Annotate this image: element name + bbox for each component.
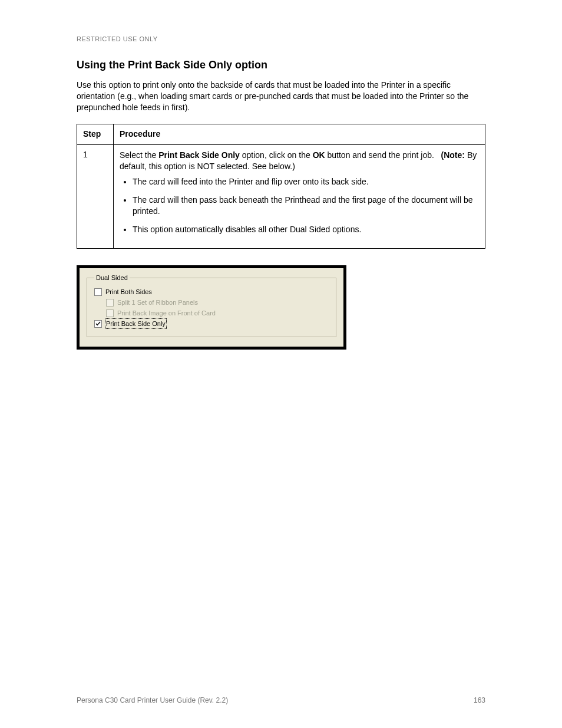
lead-text-e: button and send the print job. [325,150,434,160]
step-body-cell: Select the Print Back Side Only option, … [114,144,485,248]
intro-paragraph: Use this option to print only onto the b… [77,80,485,113]
dual-sided-dialog-screenshot: Dual Sided Print Both Sides Split 1 Set … [77,265,346,350]
procedure-table: Step Procedure 1 Select the Print Back S… [77,124,485,249]
dialog-frame: Dual Sided Print Both Sides Split 1 Set … [77,265,346,350]
dual-sided-group: Dual Sided Print Both Sides Split 1 Set … [87,274,336,337]
document-page: RESTRICTED USE ONLY Using the Print Back… [0,0,562,728]
col-header-step: Step [77,124,114,144]
footer-right: 163 [474,696,485,704]
list-item: The card will then pass back beneath the… [133,195,479,217]
print-back-only-label: Print Back Side Only [105,319,166,328]
print-back-front-label: Print Back Image on Front of Card [117,308,216,318]
lead-bold-option: Print Back Side Only [158,150,240,160]
step-bullets: The card will feed into the Printer and … [120,176,479,235]
page-footer: Persona C30 Card Printer User Guide (Rev… [77,696,485,704]
checkmark-icon [95,321,101,327]
split-panels-label: Split 1 Set of Ribbon Panels [117,298,198,307]
lead-bold-ok: OK [313,150,325,160]
footer-left: Persona C30 Card Printer User Guide (Rev… [77,696,228,704]
list-item: The card will feed into the Printer and … [133,176,479,187]
lead-text-c: option, click on the [240,150,313,160]
section-heading: Using the Print Back Side Only option [77,59,485,71]
print-both-sides-row[interactable]: Print Both Sides [94,287,329,297]
group-title: Dual Sided [94,274,130,281]
split-panels-row: Split 1 Set of Ribbon Panels [106,298,329,307]
step-lead: Select the Print Back Side Only option, … [120,150,479,172]
lead-text-a: Select the [120,150,158,160]
print-back-only-row[interactable]: Print Back Side Only [94,319,329,328]
restricted-header: RESTRICTED USE ONLY [77,35,485,42]
col-header-procedure: Procedure [114,124,485,144]
note-label: (Note: [441,150,467,160]
table-row: 1 Select the Print Back Side Only option… [77,144,485,248]
list-item: This option automatically disables all o… [133,224,479,235]
disabled-checkbox-icon [106,299,114,307]
step-body: Select the Print Back Side Only option, … [120,150,479,235]
checked-checkbox-icon[interactable] [94,320,102,328]
unchecked-checkbox-icon[interactable] [94,288,102,296]
table-header-row: Step Procedure [77,124,485,144]
step-number: 1 [77,144,114,248]
print-both-sides-label: Print Both Sides [105,287,152,297]
print-back-front-row: Print Back Image on Front of Card [106,308,329,318]
disabled-checkbox-icon [106,309,114,317]
dialog-surface: Dual Sided Print Both Sides Split 1 Set … [80,268,343,347]
